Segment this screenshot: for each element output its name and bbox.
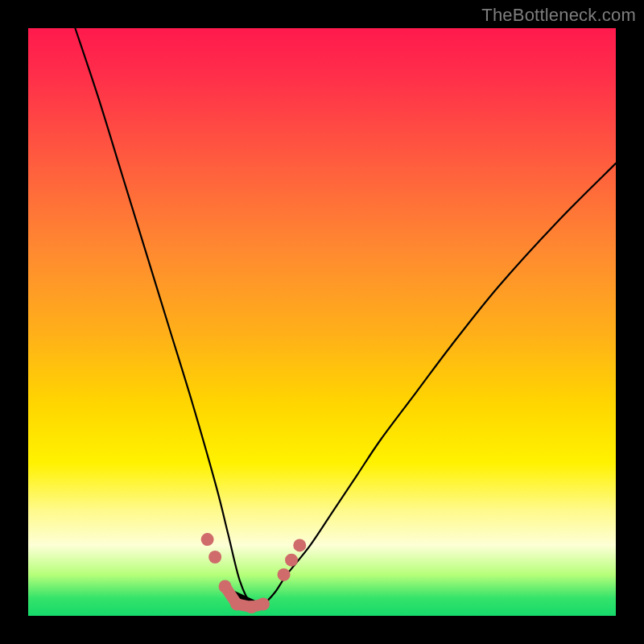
marker-dot — [278, 568, 291, 581]
marker-dot — [245, 601, 258, 613]
marker-dot — [201, 533, 214, 546]
plot-area — [28, 28, 616, 616]
marker-dot — [230, 597, 243, 610]
marker-dot — [285, 554, 298, 567]
chart-stage: TheBottleneck.com — [0, 0, 644, 644]
marker-dot — [208, 551, 221, 564]
marker-cluster — [201, 533, 307, 613]
marker-dot — [293, 539, 306, 551]
watermark-text: TheBottleneck.com — [481, 5, 636, 26]
marker-dot — [257, 597, 270, 610]
bottleneck-curve — [75, 28, 616, 606]
curve-svg — [28, 28, 616, 616]
marker-dot — [219, 580, 232, 593]
